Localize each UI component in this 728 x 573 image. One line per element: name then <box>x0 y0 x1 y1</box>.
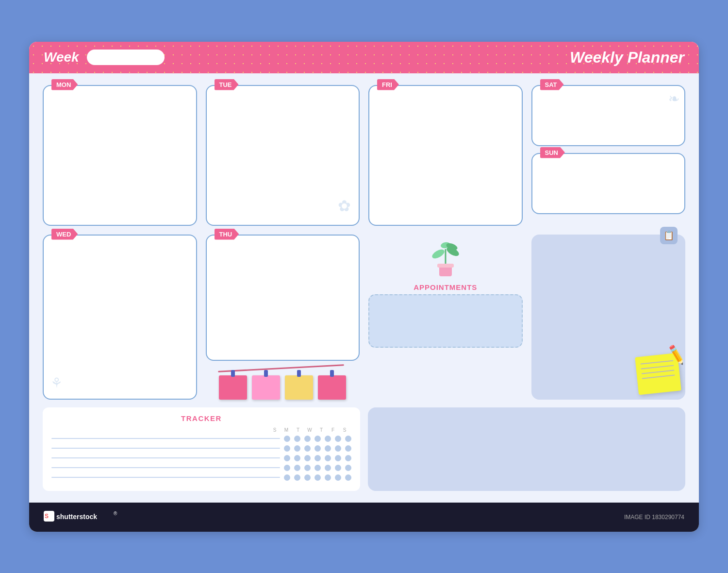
day-label-thu: THU <box>215 229 239 240</box>
photo-item-4 <box>318 375 346 400</box>
footer: S shutterstock ® IMAGE ID 1830290774 <box>29 503 699 532</box>
tracker-dot-4-2 <box>304 474 311 481</box>
notepad-decoration: ✏️ <box>637 355 679 393</box>
photo-item-1 <box>219 375 247 400</box>
tracker-dot-3-0 <box>284 465 290 471</box>
day-label-mon: MON <box>51 79 78 90</box>
tracker-dot-1-5 <box>335 445 341 452</box>
clip-1 <box>231 370 235 377</box>
tracker-dot-1-1 <box>294 445 300 452</box>
svg-text:shutterstock: shutterstock <box>56 513 97 521</box>
logo-svg: S shutterstock ® <box>44 509 121 523</box>
photo-yellow <box>285 375 313 400</box>
day-card-thu: THU <box>206 235 360 361</box>
day-t1: T <box>294 427 302 433</box>
photo-pink-3 <box>318 375 346 400</box>
tracker-dot-2-2 <box>304 455 311 461</box>
tracker-dot-3-1 <box>294 465 300 471</box>
flower-decoration: ✿ <box>338 197 351 215</box>
notepad-lines <box>641 360 675 379</box>
appointments-label: APPOINTMENTS <box>414 283 477 291</box>
clipboard-icon: 📋 <box>660 227 678 244</box>
day-card-mon: MON <box>43 85 197 226</box>
tracker-line-3 <box>51 467 280 468</box>
hang-string <box>218 364 344 372</box>
photo-item-2 <box>252 375 280 400</box>
day-label-sat: SAT <box>540 79 564 90</box>
day-m: M <box>282 427 290 433</box>
day-card-sat: SAT ❧ <box>531 85 686 146</box>
planner-title: Weekly Planner <box>570 49 684 67</box>
tracker-dot-0-3 <box>314 436 321 442</box>
planner-header: Week Weekly Planner <box>29 42 699 73</box>
plant-svg <box>429 235 463 278</box>
tracker-dot-2-6 <box>345 455 351 461</box>
clip-2 <box>264 370 268 377</box>
tracker-dot-0-0 <box>284 436 290 442</box>
appointments-box[interactable] <box>368 294 523 348</box>
second-notes-section <box>368 407 685 491</box>
tracker-dots-3 <box>284 465 351 471</box>
tracker-dot-2-0 <box>284 455 290 461</box>
appointments-section: APPOINTMENTS <box>368 235 523 400</box>
leaf-icon: ❧ <box>668 91 679 107</box>
svg-rect-1 <box>437 264 454 268</box>
tracker-dot-2-5 <box>335 455 341 461</box>
tracker-line-4 <box>51 477 280 478</box>
tracker-dot-0-2 <box>304 436 311 442</box>
tracker-dots-2 <box>284 455 351 461</box>
tracker-dots-4 <box>284 474 351 481</box>
tracker-dot-4-5 <box>335 474 341 481</box>
day-card-fri: FRI <box>368 85 523 226</box>
tracker-row-1 <box>51 445 351 452</box>
thu-photo-area: THU <box>206 235 360 400</box>
tracker-line-1 <box>51 448 280 449</box>
clip-3 <box>297 370 301 377</box>
tracker-label: TRACKER <box>51 414 351 422</box>
tracker-rows <box>51 436 351 481</box>
bottom-section: TRACKER S M T W T F S <box>29 407 699 503</box>
week-input-field[interactable] <box>87 50 165 65</box>
header-left: Week <box>44 50 165 65</box>
tracker-dot-1-3 <box>314 445 321 452</box>
day-card-wed: WED ⚘ <box>43 235 197 400</box>
day-w: W <box>306 427 314 433</box>
day-card-tue: TUE ✿ <box>206 85 360 226</box>
tracker-days-header: S M T W T F S <box>51 427 351 433</box>
notepad-line-2 <box>641 365 674 369</box>
tracker-row-4 <box>51 474 351 481</box>
tracker-row-2 <box>51 455 351 461</box>
photo-hanging <box>206 361 360 400</box>
tracker-line-2 <box>51 457 280 458</box>
notepad-line-3 <box>642 370 675 374</box>
day-label-wed: WED <box>51 229 78 240</box>
tracker-dot-4-6 <box>345 474 351 481</box>
tracker-section: TRACKER S M T W T F S <box>43 407 360 491</box>
day-label-fri: FRI <box>377 79 399 90</box>
day-label-sun: SUN <box>540 147 565 158</box>
plant-illustration <box>429 235 463 280</box>
tracker-dot-1-4 <box>325 445 331 452</box>
svg-text:®: ® <box>114 511 117 516</box>
tracker-dot-2-1 <box>294 455 300 461</box>
tracker-dot-4-0 <box>284 474 290 481</box>
tracker-row-0 <box>51 436 351 442</box>
tracker-line-0 <box>51 438 280 439</box>
photo-pink-1 <box>219 375 247 400</box>
notepad-line-4 <box>642 374 675 379</box>
branch-decoration: ⚘ <box>50 375 63 391</box>
image-id: IMAGE ID 1830290774 <box>624 514 684 521</box>
notes-section: 📋 ✏️ <box>531 235 686 400</box>
tracker-dot-3-6 <box>345 465 351 471</box>
tracker-dot-0-5 <box>335 436 341 442</box>
tracker-dot-3-2 <box>304 465 311 471</box>
tracker-dot-1-6 <box>345 445 351 452</box>
tracker-dots-0 <box>284 436 351 442</box>
tracker-dot-1-0 <box>284 445 290 452</box>
svg-text:S: S <box>45 513 49 520</box>
tracker-dot-1-2 <box>304 445 311 452</box>
tracker-dot-3-5 <box>335 465 341 471</box>
day-card-sun: SUN <box>531 153 686 214</box>
tracker-dot-0-1 <box>294 436 300 442</box>
sat-sun-column: SAT ❧ SUN <box>531 85 686 226</box>
